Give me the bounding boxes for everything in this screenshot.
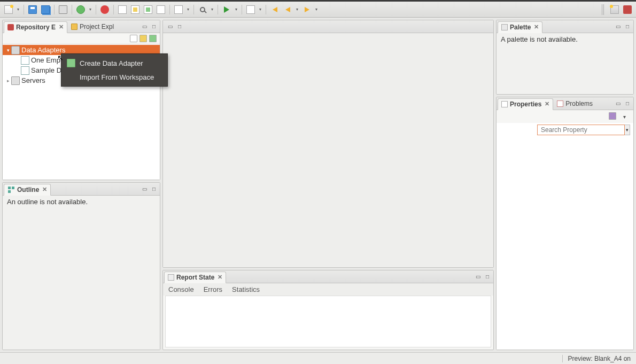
subtab-statistics[interactable]: Statistics <box>232 285 260 293</box>
open-perspective-button[interactable] <box>609 4 620 15</box>
add-icon[interactable] <box>149 35 157 42</box>
close-icon[interactable]: ✕ <box>545 100 549 107</box>
minimize-button[interactable]: ▭ <box>614 99 622 108</box>
pin-icon[interactable] <box>609 112 616 120</box>
palette-icon <box>501 24 508 30</box>
menu-item-label: Import From Workspace <box>80 73 154 81</box>
editor-body[interactable] <box>163 33 493 267</box>
tab-repository[interactable]: Repository E ✕ <box>4 21 67 33</box>
minimize-button[interactable]: ▭ <box>140 22 149 31</box>
tab-outline[interactable]: Outline ✕ <box>4 184 51 196</box>
properties-view: Properties ✕ Problems ▭ □ ▾ ▾ <box>496 97 634 350</box>
debug-button[interactable] <box>99 4 110 15</box>
new-dropdown[interactable]: ▾ <box>16 4 20 15</box>
tab-outline-label: Outline <box>17 186 39 193</box>
new-button[interactable] <box>3 4 14 15</box>
save-all-button[interactable] <box>40 4 51 15</box>
doc3-button[interactable] <box>143 4 153 15</box>
tab-report-state-label: Report State <box>176 274 214 281</box>
tab-palette[interactable]: Palette ✕ <box>498 21 542 33</box>
minimize-button[interactable]: ▭ <box>166 22 174 31</box>
search-property-dropdown[interactable]: ▾ <box>625 125 630 135</box>
subtab-errors[interactable]: Errors <box>204 285 222 293</box>
maximize-button[interactable]: □ <box>150 22 158 31</box>
editor-area: ▭ □ <box>162 20 494 268</box>
expand-icon[interactable]: ▾ <box>5 48 11 53</box>
toolbar-handle[interactable] <box>602 4 605 15</box>
expand-icon[interactable]: ▸ <box>5 78 11 83</box>
search-property-input[interactable] <box>537 125 625 135</box>
report-content <box>165 296 491 347</box>
menu-item-label: Create Data Adapter <box>80 59 143 67</box>
tab-properties[interactable]: Properties ✕ <box>498 98 553 110</box>
palette-body: A palette is not available. <box>497 33 633 94</box>
tab-report-state[interactable]: Report State ✕ <box>164 272 226 283</box>
save-button[interactable] <box>27 4 38 15</box>
problems-icon <box>557 100 563 107</box>
subtab-console[interactable]: Console <box>168 285 194 293</box>
close-icon[interactable]: ✕ <box>42 186 47 193</box>
minimize-button[interactable]: ▭ <box>614 22 622 31</box>
maximize-button[interactable]: □ <box>623 99 632 108</box>
run-dropdown[interactable]: ▾ <box>234 4 238 15</box>
main-toolbar: ▾ ▾ ▾ ▾ ▾ ▾ ▾ ▾ <box>0 2 636 18</box>
search-dropdown[interactable]: ▾ <box>210 4 214 15</box>
jasper-perspective-button[interactable] <box>622 4 633 15</box>
edit-icon[interactable] <box>139 35 147 42</box>
minimize-button[interactable]: ▭ <box>140 185 149 193</box>
properties-toolbar: ▾ <box>497 110 633 123</box>
palette-empty-text: A palette is not available. <box>501 35 578 43</box>
view-menu-button[interactable]: ▾ <box>620 112 629 121</box>
status-text: Preview: Blank_A4 on <box>568 355 631 362</box>
maximize-button[interactable]: □ <box>150 185 158 193</box>
back-button-2[interactable] <box>282 4 293 15</box>
adapter-icon <box>21 56 29 65</box>
sheet-button[interactable] <box>173 4 184 15</box>
collapse-all-icon[interactable] <box>130 35 137 42</box>
close-icon[interactable]: ✕ <box>534 24 539 30</box>
create-adapter-icon <box>67 59 75 67</box>
outline-icon <box>7 186 15 193</box>
back-button-1[interactable] <box>269 4 280 15</box>
tab-project-explorer[interactable]: Project Expl <box>67 21 118 33</box>
tab-project-explorer-label: Project Expl <box>80 23 114 30</box>
svg-rect-0 <box>8 187 11 189</box>
menu-create-data-adapter[interactable]: Create Data Adapter <box>61 56 167 70</box>
properties-icon <box>501 101 508 107</box>
nav-last-button[interactable] <box>245 4 256 15</box>
menu-import-from-workspace[interactable]: Import From Workspace <box>61 70 167 84</box>
tab-properties-label: Properties <box>510 100 541 108</box>
database-icon <box>11 46 20 55</box>
outline-empty-text: An outline is not available. <box>7 198 88 206</box>
close-icon[interactable]: ✕ <box>218 274 222 281</box>
maximize-button[interactable]: □ <box>623 22 632 31</box>
doc1-button[interactable] <box>117 4 128 15</box>
close-icon[interactable]: ✕ <box>59 24 64 30</box>
search-button[interactable] <box>197 4 208 15</box>
outline-view: Outline ✕ ▭ □ An outline is not availabl… <box>2 182 160 350</box>
doc4-button[interactable] <box>156 4 166 15</box>
properties-body: ▾ <box>497 123 633 350</box>
build-dropdown[interactable]: ▾ <box>88 4 92 15</box>
tree-item-label: Servers <box>21 76 45 84</box>
maximize-button[interactable]: □ <box>175 22 184 31</box>
build-button[interactable] <box>75 4 86 15</box>
tab-palette-label: Palette <box>510 24 531 31</box>
report-subtabs: Console Errors Statistics <box>163 283 493 296</box>
forward-button[interactable] <box>301 4 312 15</box>
folder-icon <box>71 24 77 30</box>
repository-toolbar <box>3 33 160 44</box>
sheet-dropdown[interactable]: ▾ <box>186 4 190 15</box>
editor-tabbar: ▭ □ <box>163 20 493 33</box>
palette-view: Palette ✕ ▭ □ A palette is not available… <box>496 20 634 95</box>
adapter-icon <box>21 66 29 75</box>
forward-dropdown[interactable]: ▾ <box>314 4 319 15</box>
maximize-button[interactable]: □ <box>483 273 492 281</box>
minimize-button[interactable]: ▭ <box>474 273 482 281</box>
print-button[interactable] <box>58 4 68 15</box>
back-dropdown[interactable]: ▾ <box>295 4 299 15</box>
doc2-button[interactable] <box>130 4 141 15</box>
run-button[interactable] <box>221 4 232 15</box>
nav-last-dropdown[interactable]: ▾ <box>258 4 262 15</box>
tab-problems[interactable]: Problems <box>553 98 596 110</box>
